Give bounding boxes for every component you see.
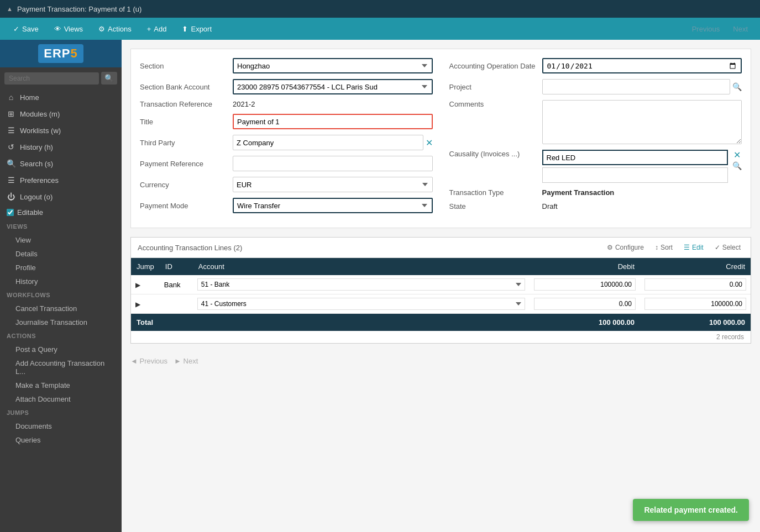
- views-button[interactable]: 👁 Views: [48, 22, 90, 36]
- sidebar-item-modules[interactable]: ⊞ Modules (m): [0, 106, 122, 122]
- bank-account-row: Section Bank Account 23000 28975 0754367…: [140, 79, 433, 94]
- comments-row: Comments: [449, 100, 742, 144]
- accounting-date-label: Accounting Operation Date: [449, 62, 538, 70]
- toast-notification: Related payment created.: [633, 499, 749, 521]
- row2-debit-input[interactable]: [534, 298, 636, 310]
- add-icon: +: [147, 25, 151, 33]
- previous-link[interactable]: ◄ Previous: [130, 357, 167, 365]
- sidebar-item-profile[interactable]: Profile: [0, 261, 122, 275]
- causality-inputs-group: [542, 150, 728, 183]
- transaction-lines-table: Jump ID Account Debit Credit ▶ Bank: [131, 258, 751, 331]
- sidebar-item-details[interactable]: Details: [0, 247, 122, 261]
- row1-expand-button[interactable]: ▶: [135, 281, 140, 289]
- sidebar-item-post-query[interactable]: Post a Query: [0, 343, 122, 356]
- section-label: Section: [140, 62, 228, 70]
- sort-button[interactable]: ↕ Sort: [652, 242, 676, 253]
- causality-input2[interactable]: [542, 167, 728, 183]
- toolbar: ✓ Save 👁 Views ⚙ Actions + Add ⬆ Export …: [0, 18, 760, 40]
- sidebar-item-worklists[interactable]: ☰ Worklists (w): [0, 122, 122, 139]
- sidebar-item-attach-document[interactable]: Attach Document: [0, 392, 122, 406]
- export-icon: ⬆: [182, 25, 188, 33]
- row2-expand-button[interactable]: ▶: [135, 301, 140, 308]
- causality-row: Causality (Invoices ...) ✕ 🔍: [449, 150, 742, 183]
- actions-button[interactable]: ⚙ Actions: [92, 22, 138, 36]
- workflows-section-header: WORKFLOWS: [0, 288, 122, 302]
- transaction-ref-value: 2021-2: [233, 100, 255, 108]
- total-credit: 100 000.00: [640, 314, 751, 331]
- payment-ref-input[interactable]: [233, 156, 433, 171]
- payment-mode-label: Payment Mode: [140, 202, 228, 210]
- payment-mode-select[interactable]: Wire Transfer: [233, 198, 433, 213]
- sidebar-item-documents[interactable]: Documents: [0, 419, 122, 433]
- next-nav[interactable]: Next: [727, 22, 753, 36]
- form-left-col: Section Hongzhao Section Bank Account 23…: [140, 58, 433, 219]
- table-total-row: Total 100 000.00 100 000.00: [131, 314, 751, 331]
- project-row: Project 🔍: [449, 79, 742, 94]
- jumps-section-header: JUMPS: [0, 406, 122, 419]
- views-icon: 👁: [54, 25, 61, 33]
- sidebar-item-add-accounting[interactable]: Add Accounting Transaction L...: [0, 356, 122, 378]
- row2-debit: [530, 294, 640, 314]
- row1-credit-input[interactable]: [644, 278, 746, 291]
- bank-account-label: Section Bank Account: [140, 83, 228, 91]
- currency-label: Currency: [140, 181, 228, 189]
- records-count: 2 records: [131, 331, 751, 343]
- select-button[interactable]: ✓ Select: [711, 242, 744, 253]
- search-button[interactable]: 🔍: [101, 72, 117, 85]
- causality-buttons: ✕ 🔍: [732, 150, 742, 170]
- sidebar-item-home[interactable]: ⌂ Home: [0, 89, 122, 106]
- comments-textarea[interactable]: [542, 100, 742, 144]
- payment-ref-label: Payment Reference: [140, 160, 228, 168]
- row2-account-select[interactable]: 41 - Customers: [197, 298, 525, 310]
- export-button[interactable]: ⬆ Export: [175, 22, 218, 36]
- accounting-date-input[interactable]: [542, 58, 742, 73]
- third-party-input[interactable]: [233, 135, 423, 150]
- previous-nav[interactable]: Previous: [686, 22, 726, 36]
- row1-debit-input[interactable]: [534, 278, 636, 291]
- editable-checkbox[interactable]: [7, 209, 14, 216]
- currency-select[interactable]: EUR: [233, 177, 433, 192]
- sidebar-item-cancel-transaction[interactable]: Cancel Transaction: [0, 302, 122, 315]
- title-input[interactable]: [233, 114, 433, 129]
- home-icon: ⌂: [7, 93, 15, 102]
- third-party-row: Third Party ✕: [140, 135, 433, 150]
- transaction-ref-label: Transaction Reference: [140, 100, 228, 108]
- row1-account-select[interactable]: 51 - Bank: [197, 278, 525, 291]
- sort-icon: ↕: [655, 244, 658, 251]
- history-icon: ↺: [7, 143, 15, 151]
- sidebar-item-history-view[interactable]: History: [0, 275, 122, 288]
- project-input-group: 🔍: [542, 79, 742, 94]
- sidebar-item-journalise[interactable]: Journalise Transaction: [0, 315, 122, 329]
- next-link[interactable]: ► Next: [174, 357, 198, 365]
- row2-account: 41 - Customers: [193, 294, 530, 314]
- state-label: State: [449, 202, 538, 210]
- sidebar-item-make-template[interactable]: Make a Template: [0, 378, 122, 392]
- toast-message: Related payment created.: [644, 505, 738, 514]
- causality-input[interactable]: [542, 150, 728, 165]
- causality-search-button[interactable]: 🔍: [732, 161, 742, 170]
- sidebar-item-queries[interactable]: Queries: [0, 433, 122, 447]
- row2-id: [160, 294, 193, 314]
- save-icon: ✓: [13, 25, 19, 33]
- configure-button[interactable]: ⚙ Configure: [604, 242, 647, 253]
- causality-clear-button[interactable]: ✕: [732, 150, 742, 160]
- add-button[interactable]: + Add: [140, 22, 174, 36]
- sidebar-item-logout[interactable]: ⏻ Logout (o): [0, 188, 122, 205]
- bank-account-select[interactable]: 23000 28975 07543677554 - LCL Paris Sud: [233, 79, 433, 94]
- row2-credit-input[interactable]: [644, 298, 746, 310]
- search-input[interactable]: [4, 72, 99, 85]
- edit-button[interactable]: ☰ Edit: [680, 242, 707, 253]
- project-input[interactable]: [542, 79, 731, 94]
- sidebar-item-view[interactable]: View: [0, 233, 122, 247]
- sidebar-item-search[interactable]: 🔍 Search (s): [0, 155, 122, 172]
- sidebar-item-history[interactable]: ↺ History (h): [0, 139, 122, 155]
- sidebar-item-preferences[interactable]: ☰ Preferences: [0, 172, 122, 188]
- row1-credit: [640, 275, 751, 294]
- save-button[interactable]: ✓ Save: [7, 22, 45, 36]
- table-row: ▶ Bank 51 - Bank: [131, 275, 751, 294]
- header-arrow: ▲: [7, 6, 13, 12]
- third-party-clear-button[interactable]: ✕: [426, 138, 433, 148]
- project-search-button[interactable]: 🔍: [732, 82, 742, 91]
- section-select[interactable]: Hongzhao: [233, 58, 433, 73]
- comments-label: Comments: [449, 100, 538, 108]
